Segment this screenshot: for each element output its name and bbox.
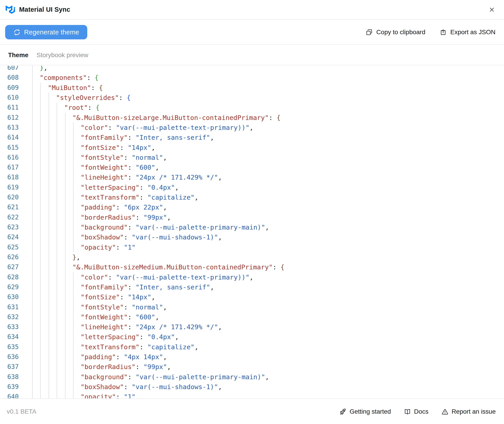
indent-guide [65,202,65,212]
indent-guide [40,202,41,212]
indent-guide [73,312,74,322]
code-line: 616"fontStyle": "normal", [0,153,504,162]
material-ui-sync-window: Material UI Sync Regenerate theme [0,0,504,424]
regenerate-theme-label: Regenerate theme [24,29,79,36]
line-number: 607 [0,66,19,73]
indent-guide [57,392,57,399]
indent-guide [65,143,65,153]
indent-guide [65,193,65,202]
indent-guide [73,332,74,342]
indent-guide [40,123,41,132]
toolbar-right-group: Copy to clipboard Export as JSON [366,29,495,36]
indent-guide [40,322,41,332]
footer: v0.1 BETA Getting started Docs [0,399,504,424]
indent-guide [32,202,33,212]
indent-guide [65,282,65,292]
indent-guide [32,282,33,292]
code-text: "fontWeight": "600", [80,312,159,322]
regenerate-theme-button[interactable]: Regenerate theme [5,25,87,39]
indent-guide [32,193,33,202]
code-text: "opacity": "1" [80,242,135,252]
code-line: 608"components": { [0,73,504,83]
indent-guide [73,272,74,282]
line-number: 637 [0,362,19,372]
indent-guide [32,113,33,123]
code-line: 621"padding": "6px 22px", [0,202,504,212]
tab-theme[interactable]: Theme [8,51,28,59]
docs-link[interactable]: Docs [404,408,428,415]
indent-guide [32,212,33,222]
code-text: }, [72,252,80,262]
line-number: 638 [0,372,19,382]
indent-guide [40,362,41,372]
line-number: 623 [0,222,19,232]
export-as-json-button[interactable]: Export as JSON [440,29,495,36]
line-number: 635 [0,342,19,352]
code-text: "boxShadow": "var(--mui-shadows-1)", [80,382,222,392]
code-line: 609"MuiButton": { [0,83,504,93]
indent-guide [65,322,65,332]
code-text: "fontWeight": "600", [80,162,159,172]
code-text: "&.MuiButton-sizeMedium.MuiButton-contai… [72,262,284,272]
indent-guide [40,302,41,312]
indent-guide [57,153,57,162]
line-number: 613 [0,123,19,132]
indent-guide [40,212,41,222]
indent-guide [49,162,49,172]
indent-guide [32,392,33,399]
report-issue-link[interactable]: Report an issue [442,408,496,415]
indent-guide [65,292,65,302]
indent-guide [32,292,33,302]
code-text: "fontStyle": "normal", [80,302,167,312]
close-button[interactable] [486,4,497,15]
indent-guide [49,212,49,222]
line-number: 636 [0,352,19,362]
indent-guide [49,342,49,352]
code-line: 627"&.MuiButton-sizeMedium.MuiButton-con… [0,262,504,272]
indent-guide [57,232,57,242]
indent-guide [73,282,74,292]
code-line: 614"fontFamily": "Inter, sans-serif", [0,132,504,143]
code-text: "color": "var(--mui-palette-text-primary… [80,272,253,282]
line-number: 609 [0,83,19,93]
indent-guide [65,312,65,322]
line-number: 610 [0,93,19,103]
tab-storybook-preview[interactable]: Storybook preview [37,51,88,59]
warning-icon [442,408,449,415]
code-line: 630"fontSize": "14px", [0,292,504,302]
code-line: 618"lineHeight": "24px /* 171.429% */", [0,172,504,182]
code-text: "fontFamily": "Inter, sans-serif", [80,282,214,292]
code-text: "borderRadius": "99px", [80,362,171,372]
indent-guide [32,272,33,282]
indent-guide [57,272,57,282]
code-text: "lineHeight": "24px /* 171.429% */", [80,172,222,182]
getting-started-link[interactable]: Getting started [339,408,391,415]
indent-guide [49,302,49,312]
indent-guide [49,123,49,132]
copy-to-clipboard-button[interactable]: Copy to clipboard [366,29,425,36]
indent-guide [57,103,57,112]
indent-guide [73,172,74,182]
indent-guide [57,222,57,232]
indent-guide [57,143,57,153]
indent-guide [73,362,74,372]
indent-guide [65,362,65,372]
code-line: 620"textTransform": "capitalize", [0,193,504,202]
code-text: "letterSpacing": "0.4px", [80,332,179,342]
code-text: "background": "var(--mui-palette-primary… [80,222,269,232]
theme-json-editor[interactable]: 607},608"components": {609"MuiButton": {… [0,66,504,399]
indent-guide [32,382,33,392]
line-number: 614 [0,132,19,143]
indent-guide [49,372,49,382]
indent-guide [32,153,33,162]
indent-guide [49,132,49,143]
indent-guide [57,172,57,182]
code-text: "components": { [40,73,98,83]
code-text: "fontStyle": "normal", [80,153,167,162]
indent-guide [40,372,41,382]
line-number: 617 [0,162,19,172]
code-text: "padding": "6px 22px", [80,202,167,212]
book-icon [404,408,411,415]
line-number: 625 [0,242,19,252]
line-number: 640 [0,392,19,399]
